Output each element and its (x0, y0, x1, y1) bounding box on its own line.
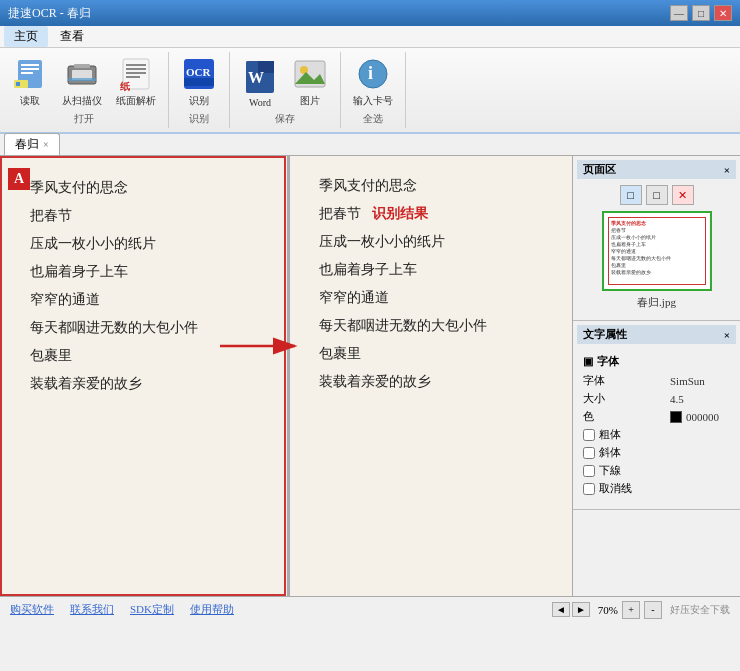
scan-button[interactable]: 从扫描仪 (58, 54, 106, 110)
result-line-7: 包裹里 (319, 340, 553, 368)
bold-row: 粗体 (583, 427, 730, 442)
ribbon-group-ocr: OCR 识别 识别 (169, 52, 230, 128)
ocr-label: 识别 (189, 94, 209, 108)
content-area: A 季风支付的思念 把春节 压成一枚小小的纸片 也扁着身子上车 窄窄的通道 每天… (0, 156, 572, 596)
next-page-btn[interactable]: ► (572, 602, 590, 617)
parse-button[interactable]: 纸 纸面解析 (112, 54, 160, 110)
result-line-4: 也扁着身子上车 (319, 256, 553, 284)
sdk-link[interactable]: SDK定制 (130, 602, 174, 617)
minimize-button[interactable]: — (670, 5, 688, 21)
line-6: 每天都咽进无数的大包小件 (30, 314, 264, 342)
right-sidebar: 页面区 × □ □ ✕ 季风支付的思念 把春节 压成一枚小小的纸片 也扁着身子上… (572, 156, 740, 596)
strikethrough-checkbox[interactable] (583, 483, 595, 495)
word-label: Word (249, 97, 271, 108)
read-icon (12, 56, 48, 92)
ocr-button[interactable]: OCR 识别 (177, 54, 221, 110)
font-family-row: 字体 SimSun (583, 373, 730, 388)
result-line-1: 季风支付的思念 (319, 172, 417, 200)
result-line-2: 把春节 识别结果 (319, 200, 553, 228)
font-size-row: 大小 4.5 (583, 391, 730, 406)
preview-thumbnail: 季风支付的思念 把春节 压成一枚小小的纸片 也扁着身子上车 窄窄的通道 每天都咽… (602, 211, 712, 291)
svg-rect-1 (21, 64, 39, 66)
help-link[interactable]: 使用帮助 (190, 602, 234, 617)
underline-checkbox[interactable] (583, 465, 595, 477)
status-bar: 购买软件 联系我们 SDK定制 使用帮助 ◄ ► 70% + - 好压安全下载 (0, 596, 740, 622)
maximize-button[interactable]: □ (692, 5, 710, 21)
svg-rect-14 (126, 76, 140, 78)
text-props-close-icon[interactable]: × (724, 329, 730, 341)
title-bar: 捷速OCR - 春归 — □ ✕ (0, 0, 740, 26)
line-1: 季风支付的思念 (30, 174, 264, 202)
tab-strip: 春归 × (0, 134, 740, 156)
zoom-out-btn[interactable]: - (644, 601, 662, 619)
card-input-button[interactable]: i 输入卡号 (349, 54, 397, 110)
font-size-value: 4.5 (670, 393, 730, 405)
menu-view[interactable]: 查看 (50, 26, 94, 47)
window-controls: — □ ✕ (670, 5, 732, 21)
font-family-value: SimSun (670, 375, 730, 387)
select-group-label: 全选 (363, 112, 383, 128)
svg-rect-13 (126, 72, 146, 74)
line-8: 装载着亲爱的故乡 (30, 370, 264, 398)
svg-text:W: W (248, 69, 264, 86)
tab-close-icon[interactable]: × (43, 139, 49, 150)
parse-label: 纸面解析 (116, 94, 156, 108)
ribbon-group-select: i 输入卡号 全选 (341, 52, 406, 128)
image-button[interactable]: 图片 (288, 54, 332, 110)
zoom-control: 70% + - (598, 601, 662, 619)
preview-delete-btn[interactable]: ✕ (672, 185, 694, 205)
font-color-value: 000000 (670, 411, 730, 423)
preview-btn-1[interactable]: □ (620, 185, 642, 205)
read-label: 读取 (20, 94, 40, 108)
recog-result-label: 识别结果 (372, 206, 428, 221)
italic-row: 斜体 (583, 445, 730, 460)
thumbnail-content: 季风支付的思念 把春节 压成一枚小小的纸片 也扁着身子上车 窄窄的通道 每天都咽… (608, 217, 706, 285)
open-group-label: 打开 (74, 112, 94, 128)
tab-chunhui[interactable]: 春归 × (4, 133, 60, 155)
scan-icon (64, 56, 100, 92)
font-size-label: 大小 (583, 391, 605, 406)
watermark-text: 好压安全下载 (670, 603, 730, 617)
panel-divider (287, 156, 290, 596)
result-line-1-row: 季风支付的思念 (319, 172, 553, 200)
preview-close-icon[interactable]: × (724, 164, 730, 176)
result-line-8: 装载着亲爱的故乡 (319, 368, 553, 396)
preview-btn-2[interactable]: □ (646, 185, 668, 205)
menu-home[interactable]: 主页 (4, 26, 48, 47)
image-icon (292, 56, 328, 92)
menu-bar: 主页 查看 (0, 26, 740, 48)
text-props-label: 文字属性 (583, 327, 627, 342)
panels-wrapper: A 季风支付的思念 把春节 压成一枚小小的纸片 也扁着身子上车 窄窄的通道 每天… (0, 156, 572, 596)
result-line-6: 每天都咽进无数的大包小件 (319, 312, 553, 340)
zoom-in-btn[interactable]: + (622, 601, 640, 619)
line-3: 压成一枚小小的纸片 (30, 230, 264, 258)
prev-page-btn[interactable]: ◄ (552, 602, 570, 617)
svg-rect-8 (74, 64, 90, 68)
status-right: ◄ ► 70% + - 好压安全下载 (552, 601, 730, 619)
bold-checkbox[interactable] (583, 429, 595, 441)
card-input-label: 输入卡号 (353, 94, 393, 108)
buy-software-link[interactable]: 购买软件 (10, 602, 54, 617)
contact-us-link[interactable]: 联系我们 (70, 602, 114, 617)
svg-text:OCR: OCR (186, 66, 212, 78)
line-4: 也扁着身子上车 (30, 258, 264, 286)
original-panel: A 季风支付的思念 把春节 压成一枚小小的纸片 也扁着身子上车 窄窄的通道 每天… (0, 156, 286, 596)
read-button[interactable]: 读取 (8, 54, 52, 110)
text-props-section: 文字属性 × ▣ 字体 字体 SimSun 大小 4.5 色 (573, 321, 740, 510)
card-input-icon: i (355, 56, 391, 92)
word-button[interactable]: W Word (238, 57, 282, 110)
strikethrough-label: 取消线 (599, 481, 632, 496)
font-family-label: 字体 (583, 373, 605, 388)
close-button[interactable]: ✕ (714, 5, 732, 21)
text-props-title: 文字属性 × (577, 325, 736, 344)
parse-icon: 纸 (118, 56, 154, 92)
app-title: 捷速OCR - 春归 (8, 5, 91, 22)
italic-checkbox[interactable] (583, 447, 595, 459)
underline-row: 下線 (583, 463, 730, 478)
result-line-5: 窄窄的通道 (319, 284, 553, 312)
status-links: 购买软件 联系我们 SDK定制 使用帮助 (10, 602, 234, 617)
font-expand-icon: ▣ (583, 355, 593, 368)
image-label: 图片 (300, 94, 320, 108)
main-content: A 季风支付的思念 把春节 压成一枚小小的纸片 也扁着身子上车 窄窄的通道 每天… (0, 156, 740, 596)
font-section-label: 字体 (597, 354, 619, 369)
